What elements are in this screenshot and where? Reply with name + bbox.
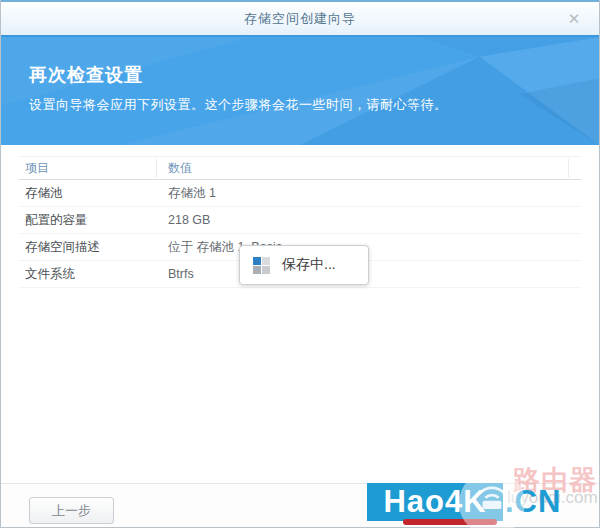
row-value: 位于 存储池 1, Basic bbox=[162, 239, 581, 256]
loading-squares-icon bbox=[253, 257, 270, 274]
column-divider bbox=[568, 159, 569, 177]
saving-tooltip-label: 保存中... bbox=[282, 256, 336, 274]
row-label: 存储池 bbox=[19, 185, 162, 202]
row-value: 存储池 1 bbox=[162, 185, 581, 202]
dialog-title: 存储空间创建向导 bbox=[244, 10, 356, 28]
row-label: 文件系统 bbox=[19, 266, 162, 283]
step-heading: 再次检查设置 bbox=[29, 63, 448, 87]
column-header-value: 数值 bbox=[162, 160, 581, 177]
row-label: 配置的容量 bbox=[19, 212, 162, 229]
dialog-titlebar: 存储空间创建向导 ✕ bbox=[1, 0, 599, 35]
settings-summary-panel: 项目 数值 存储池 存储池 1 配置的容量 218 GB 存储空间描述 位于 存… bbox=[1, 145, 599, 484]
row-label: 存储空间描述 bbox=[19, 239, 162, 256]
step-subheading: 设置向导将会应用下列设置。这个步骤将会花一些时间，请耐心等待。 bbox=[29, 96, 448, 114]
table-row: 存储池 存储池 1 bbox=[19, 180, 581, 207]
back-button[interactable]: 上一步 bbox=[29, 497, 114, 524]
row-value: Btrfs bbox=[162, 267, 581, 281]
storage-wizard-dialog: 存储空间创建向导 ✕ 再次检查设置 设置向导将会应用下列设置。这个步骤将会花一些… bbox=[0, 0, 600, 528]
dialog-footer: 上一步 bbox=[1, 483, 599, 527]
close-icon[interactable]: ✕ bbox=[565, 10, 583, 28]
column-header-item: 项目 bbox=[19, 160, 162, 177]
saving-tooltip: 保存中... bbox=[239, 245, 369, 285]
table-header-row: 项目 数值 bbox=[19, 156, 581, 180]
wizard-step-header: 再次检查设置 设置向导将会应用下列设置。这个步骤将会花一些时间，请耐心等待。 bbox=[1, 35, 599, 145]
column-divider bbox=[156, 159, 157, 177]
table-row: 配置的容量 218 GB bbox=[19, 207, 581, 234]
row-value: 218 GB bbox=[162, 213, 581, 227]
